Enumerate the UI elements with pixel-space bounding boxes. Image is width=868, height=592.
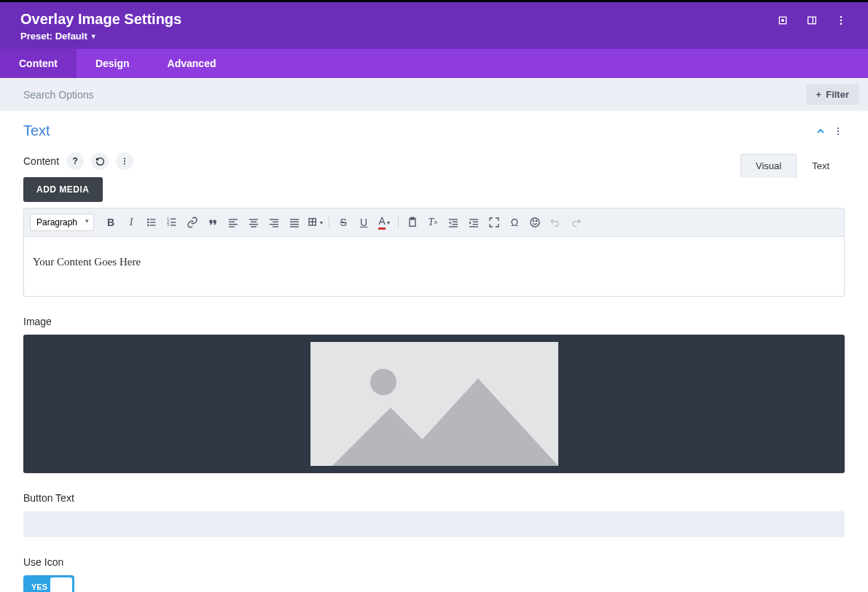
svg-rect-39 [290, 224, 299, 225]
search-input[interactable] [23, 89, 806, 101]
svg-rect-28 [229, 226, 235, 227]
align-left-icon[interactable] [224, 213, 243, 232]
editor-mode-tabs: Visual Text [740, 154, 845, 178]
svg-point-56 [531, 218, 539, 227]
svg-point-13 [147, 219, 149, 221]
editor-content[interactable]: Your Content Goes Here [23, 237, 845, 297]
undo-icon[interactable] [546, 213, 565, 232]
svg-rect-29 [249, 219, 258, 219]
tab-content[interactable]: Content [0, 49, 77, 78]
reset-icon[interactable] [91, 152, 109, 170]
search-bar: + Filter [0, 78, 868, 111]
collapse-icon[interactable] [814, 125, 827, 138]
editor-tab-text[interactable]: Text [797, 154, 845, 178]
image-placeholder-icon [310, 342, 558, 466]
svg-rect-48 [453, 224, 458, 225]
svg-rect-32 [251, 226, 257, 227]
svg-point-60 [370, 369, 396, 395]
svg-rect-54 [469, 226, 478, 227]
svg-rect-34 [273, 222, 278, 222]
tab-advanced[interactable]: Advanced [149, 49, 235, 78]
paste-icon[interactable] [403, 213, 422, 232]
modal-header: Overlay Image Settings Preset: Default ▼ [0, 2, 868, 49]
paragraph-select[interactable]: Paragraph [30, 214, 94, 231]
svg-rect-40 [290, 226, 299, 227]
filter-button[interactable]: + Filter [806, 84, 859, 105]
use-icon-label: Use Icon [23, 556, 845, 568]
svg-point-57 [533, 220, 533, 221]
svg-rect-33 [270, 219, 278, 219]
use-icon-toggle[interactable]: YES [23, 575, 74, 592]
section-more-icon[interactable] [832, 125, 845, 138]
link-icon[interactable] [183, 213, 202, 232]
add-media-button[interactable]: ADD MEDIA [23, 177, 103, 202]
svg-rect-36 [273, 226, 278, 227]
italic-icon[interactable]: I [122, 213, 141, 232]
editor-tab-visual[interactable]: Visual [740, 154, 797, 178]
preset-label: Preset: Default [20, 31, 87, 42]
button-text-label: Button Text [23, 492, 845, 504]
align-right-icon[interactable] [265, 213, 284, 232]
table-icon[interactable]: ▾ [305, 213, 324, 232]
image-label: Image [23, 316, 845, 327]
svg-point-5 [840, 20, 842, 22]
svg-rect-22 [171, 222, 176, 222]
bullet-list-icon[interactable] [142, 213, 161, 232]
svg-rect-18 [150, 225, 155, 225]
bold-icon[interactable]: B [101, 213, 120, 232]
help-icon[interactable]: ? [66, 152, 84, 170]
quote-icon[interactable] [203, 213, 222, 232]
svg-rect-52 [473, 222, 478, 222]
plus-icon: + [816, 89, 822, 100]
svg-rect-35 [270, 224, 278, 225]
svg-point-6 [840, 23, 842, 25]
clear-format-icon[interactable]: T× [423, 213, 442, 232]
svg-marker-55 [469, 222, 472, 225]
svg-rect-38 [290, 222, 299, 222]
main-tabs: Content Design Advanced [0, 49, 868, 78]
image-upload-well[interactable] [23, 335, 845, 473]
toggle-knob [50, 577, 72, 592]
outdent-icon[interactable] [444, 213, 463, 232]
svg-rect-37 [290, 219, 299, 219]
align-justify-icon[interactable] [285, 213, 304, 232]
svg-point-58 [536, 220, 536, 221]
preset-dropdown[interactable]: Preset: Default ▼ [20, 31, 181, 42]
svg-rect-31 [249, 224, 258, 225]
fullscreen-icon[interactable] [485, 213, 504, 232]
toggle-state-label: YES [26, 583, 53, 591]
svg-rect-14 [150, 219, 155, 219]
svg-rect-46 [449, 219, 458, 219]
number-list-icon[interactable]: 123 [163, 213, 181, 232]
expand-icon[interactable] [776, 14, 789, 27]
svg-point-1 [782, 20, 784, 22]
special-char-icon[interactable]: Ω [505, 213, 524, 232]
svg-rect-47 [453, 222, 458, 222]
svg-rect-24 [171, 225, 176, 225]
svg-point-12 [124, 163, 125, 165]
svg-point-4 [840, 16, 842, 18]
svg-rect-2 [808, 17, 816, 23]
svg-rect-25 [229, 219, 238, 219]
field-more-icon[interactable] [116, 152, 133, 170]
align-center-icon[interactable] [244, 213, 263, 232]
underline-icon[interactable]: U [354, 213, 373, 232]
svg-rect-20 [171, 219, 176, 219]
indent-icon[interactable] [464, 213, 483, 232]
redo-icon[interactable] [566, 213, 585, 232]
svg-point-9 [837, 133, 839, 134]
svg-point-17 [147, 225, 149, 227]
svg-point-7 [837, 127, 839, 128]
text-color-icon[interactable]: A▾ [375, 213, 394, 232]
strikethrough-icon[interactable]: S [334, 213, 353, 232]
more-vertical-icon[interactable] [834, 14, 848, 27]
panel-icon[interactable] [805, 14, 818, 27]
svg-rect-30 [251, 222, 257, 222]
content-field-header: Content ? [23, 152, 845, 170]
caret-down-icon: ▼ [90, 33, 97, 40]
button-text-input[interactable] [23, 511, 845, 537]
content-label: Content [23, 155, 59, 167]
svg-rect-26 [229, 222, 235, 222]
emoji-icon[interactable] [525, 213, 544, 232]
tab-design[interactable]: Design [77, 49, 149, 78]
